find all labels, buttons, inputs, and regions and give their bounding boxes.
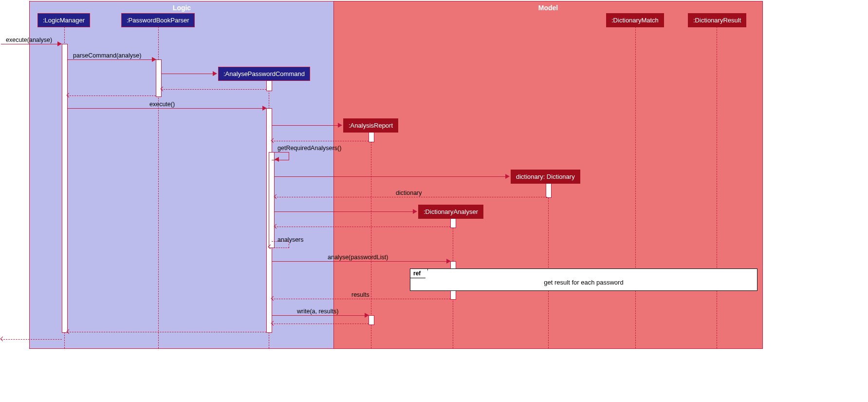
activation-analyse-password-command-inner	[269, 152, 275, 248]
activation-logic-manager	[62, 44, 68, 333]
arrow-execute	[67, 108, 266, 109]
arrow-execute-analyse	[1, 44, 61, 44]
arrow-return-analyse-command	[161, 89, 266, 90]
participant-logic-manager: :LogicManager	[37, 13, 90, 27]
arrowhead-create-analysis-report	[338, 123, 342, 128]
arrowhead-execute	[262, 106, 267, 111]
arrowhead-create-dictionary-analyser	[413, 209, 417, 214]
arrow-create-dictionary	[275, 176, 508, 177]
participant-dictionary-analyser: :DictionaryAnalyser	[418, 205, 483, 219]
arrow-create-dictionary-analyser	[275, 211, 416, 212]
arrowhead-parse-command	[152, 57, 156, 62]
participant-dictionary-match: :DictionaryMatch	[606, 13, 664, 27]
participant-dictionary: dictionary: Dictionary	[511, 170, 580, 184]
arrow-create-analysis-report	[272, 125, 341, 126]
ref-frame-label: ref	[410, 269, 428, 278]
msg-analyse-password-list: analyse(passwordList)	[328, 254, 388, 261]
arrow-final-return	[1, 339, 62, 340]
msg-execute-analyse: execute(analyse)	[6, 37, 52, 43]
ref-frame-text: get result for each password	[410, 269, 757, 286]
participant-analyse-password-command: :AnalysePasswordCommand	[218, 67, 310, 81]
activation-analysis-report-1	[369, 132, 374, 142]
arrow-return-dictionary	[275, 197, 547, 197]
arrow-results	[272, 299, 450, 299]
msg-execute: execute()	[149, 101, 175, 108]
arrowhead-write-results	[365, 313, 369, 318]
msg-get-required-analysers: getRequiredAnalysers()	[277, 145, 341, 152]
zone-logic-label: Logic	[30, 4, 334, 12]
arrowhead-analyse-password-list	[446, 259, 451, 264]
arrowhead-create-analyse-command	[213, 71, 217, 76]
arrow-return-dictionary-analyser	[275, 227, 450, 227]
sequence-diagram: Logic Model :LogicManager :PasswordBookP…	[0, 0, 868, 402]
arrow-analyse-password-list	[272, 261, 450, 262]
arrow-return-execute	[67, 332, 266, 332]
activation-dictionary	[546, 183, 552, 198]
zone-model-label: Model	[334, 4, 762, 12]
arrow-parse-command	[67, 59, 156, 60]
activation-analysis-report-2	[369, 315, 374, 325]
arrowhead-final-return	[0, 337, 5, 342]
arrow-write-results	[272, 315, 368, 316]
msg-parse-command: parseCommand(analyse)	[73, 52, 141, 59]
arrow-return-analysis-report	[272, 141, 369, 141]
activation-dictionary-analyser-1	[450, 218, 456, 228]
msg-analysers: analysers	[277, 236, 304, 243]
arrowhead-selfcall	[275, 157, 279, 162]
arrow-return-parser	[67, 96, 156, 96]
msg-results: results	[351, 291, 369, 298]
activation-password-book-parser	[156, 59, 162, 97]
lifeline-dictionary-result	[717, 27, 717, 348]
participant-analysis-report: :AnalysisReport	[343, 118, 398, 133]
msg-write-results: write(a, results)	[297, 308, 338, 315]
activation-analyse-password-command-1	[266, 80, 272, 91]
arrowhead-execute-analyse	[57, 41, 62, 46]
arrow-create-analyse-command	[161, 74, 216, 74]
lifeline-dictionary-match	[635, 27, 636, 348]
participant-password-book-parser: :PasswordBookParser	[121, 13, 195, 27]
arrowhead-create-dictionary	[505, 174, 510, 179]
ref-frame: ref get result for each password	[410, 268, 757, 291]
msg-dictionary-return: dictionary	[396, 190, 422, 196]
lifeline-dictionary	[548, 183, 549, 348]
participant-dictionary-result: :DictionaryResult	[688, 13, 746, 27]
arrow-return-write	[272, 324, 369, 324]
